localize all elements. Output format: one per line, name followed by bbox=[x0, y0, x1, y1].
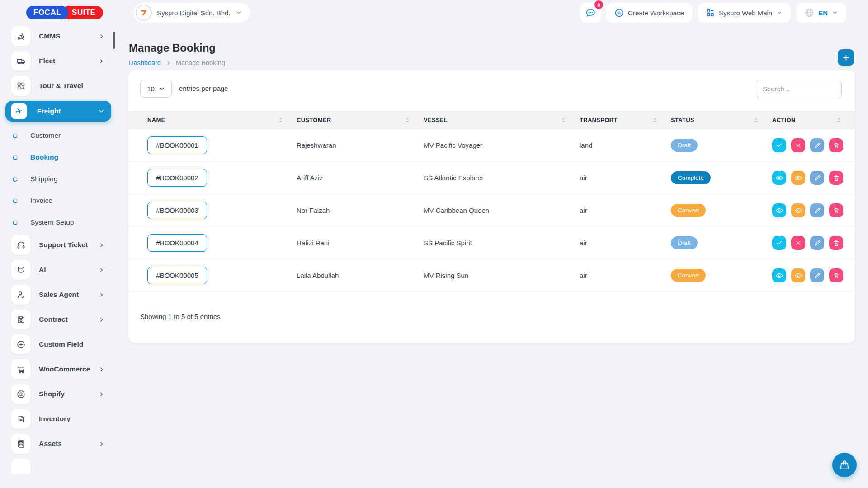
sidebar-item-freight[interactable]: ✈Freight bbox=[5, 101, 111, 122]
sidebar-subitem-label: Shipping bbox=[30, 175, 57, 183]
sidebar-subitem-invoice[interactable]: Invoice bbox=[11, 192, 118, 210]
plus-circle-icon bbox=[614, 8, 624, 18]
sidebar-item-support-ticket[interactable]: Support Ticket bbox=[11, 235, 111, 255]
edit-button[interactable] bbox=[810, 138, 824, 152]
status-badge: Complete bbox=[671, 171, 711, 184]
sidebar-subitem-booking[interactable]: Booking bbox=[11, 148, 118, 166]
delete-button[interactable] bbox=[829, 171, 843, 185]
sidebar-item-tour-travel[interactable]: Tour & Travel bbox=[11, 76, 111, 96]
sidebar-item-ai[interactable]: AI bbox=[11, 260, 111, 280]
top-header: FOCAL SUITE Syspro Digital Sdn. Bhd. 0 C… bbox=[0, 0, 868, 25]
edit-button[interactable] bbox=[810, 203, 824, 217]
language-selector[interactable]: EN bbox=[796, 3, 846, 23]
chevron-right-icon bbox=[98, 267, 105, 273]
column-header-name[interactable]: NAME bbox=[147, 117, 297, 124]
sidebar-item-inventory[interactable]: Inventory bbox=[11, 409, 111, 429]
column-header-vessel[interactable]: VESSEL bbox=[424, 117, 580, 124]
app-logo: FOCAL SUITE bbox=[26, 6, 103, 19]
search-input[interactable] bbox=[756, 80, 842, 98]
sidebar-subitem-shipping[interactable]: Shipping bbox=[11, 170, 118, 188]
view-button[interactable] bbox=[772, 268, 786, 282]
eye-icon bbox=[794, 174, 802, 182]
sidebar-subitem-system-setup[interactable]: System Setup bbox=[11, 213, 118, 231]
approve-button[interactable] bbox=[772, 138, 786, 152]
sidebar-item-shopify[interactable]: Shopify bbox=[11, 384, 111, 404]
reject-button[interactable] bbox=[791, 138, 805, 152]
entries-per-page-select[interactable]: 10 bbox=[140, 80, 172, 98]
sidebar-subitem-label: Customer bbox=[30, 131, 61, 140]
create-workspace-button[interactable]: Create Workspace bbox=[606, 3, 692, 23]
chevron-right-icon bbox=[98, 441, 105, 447]
sidebar-subitem-label: Booking bbox=[30, 153, 58, 161]
customer-cell: Nor Faizah bbox=[297, 206, 424, 214]
sort-icon bbox=[754, 117, 759, 124]
sidebar-item-cmms[interactable]: CMMS bbox=[11, 26, 111, 46]
approve-button[interactable] bbox=[772, 236, 786, 250]
eye-icon bbox=[794, 272, 802, 280]
action-buttons bbox=[772, 138, 855, 152]
chevron-down-icon bbox=[776, 9, 783, 16]
headset-icon bbox=[11, 235, 31, 255]
edit-icon bbox=[814, 272, 821, 279]
delete-button[interactable] bbox=[829, 138, 843, 152]
column-header-customer[interactable]: CUSTOMER bbox=[297, 117, 424, 124]
column-header-action[interactable]: ACTION bbox=[772, 117, 855, 124]
view-orders-button[interactable] bbox=[791, 171, 805, 185]
sidebar-item-custom-field[interactable]: Custom Field bbox=[11, 334, 111, 354]
view-button[interactable] bbox=[772, 171, 786, 185]
plus-circle-icon bbox=[11, 334, 31, 354]
logo-focal: FOCAL bbox=[26, 6, 68, 19]
breadcrumb-current: Manage Booking bbox=[176, 59, 225, 66]
sidebar-item-contract[interactable]: Contract bbox=[11, 310, 111, 329]
company-selector[interactable]: Syspro Digital Sdn. Bhd. bbox=[133, 3, 250, 23]
add-booking-button[interactable] bbox=[838, 49, 854, 66]
reject-button[interactable] bbox=[791, 236, 805, 250]
booking-id-box: #BOOK00003 bbox=[147, 202, 207, 219]
table-entries-summary: Showing 1 to 5 of 5 entries bbox=[140, 313, 221, 320]
vessel-cell: MV Pacific Voyager bbox=[424, 141, 580, 149]
sort-icon bbox=[836, 117, 841, 124]
sidebar-scrollbar[interactable] bbox=[113, 32, 115, 49]
column-header-status[interactable]: STATUS bbox=[671, 117, 772, 124]
view-orders-button[interactable] bbox=[791, 268, 805, 282]
sort-icon bbox=[561, 117, 566, 124]
customer-cell: Ariff Aziz bbox=[297, 174, 424, 182]
trash-icon bbox=[833, 272, 840, 279]
workspace-label: Syspro Web Main bbox=[719, 9, 772, 17]
breadcrumb-dashboard-link[interactable]: Dashboard bbox=[129, 59, 161, 66]
sidebar-subitem-customer[interactable]: Customer bbox=[11, 127, 118, 145]
plane-icon: ✈ bbox=[11, 103, 27, 119]
chat-button[interactable]: 0 bbox=[580, 3, 601, 23]
action-buttons bbox=[772, 171, 855, 185]
table-row: #BOOK00004Hafizi RaniSS Pacific Spiritai… bbox=[128, 227, 855, 259]
sidebar-item-fleet[interactable]: Fleet bbox=[11, 51, 111, 71]
column-header-transport[interactable]: TRANSPORT bbox=[580, 117, 671, 124]
booking-id-box: #BOOK00005 bbox=[147, 267, 207, 284]
chevron-right-icon bbox=[165, 60, 171, 66]
trash-icon bbox=[833, 142, 840, 149]
chevron-right-icon bbox=[98, 366, 105, 373]
workspace-selector[interactable]: Syspro Web Main bbox=[698, 3, 791, 23]
view-orders-button[interactable] bbox=[791, 203, 805, 217]
save-icon bbox=[11, 310, 31, 329]
edit-button[interactable] bbox=[810, 236, 824, 250]
delete-button[interactable] bbox=[829, 268, 843, 282]
customer-cell: Laila Abdullah bbox=[297, 272, 424, 279]
status-badge: Draft bbox=[671, 139, 698, 152]
sidebar-item-woocommerce[interactable]: WooCommerce bbox=[11, 359, 111, 379]
edit-button[interactable] bbox=[810, 268, 824, 282]
store-fab-button[interactable] bbox=[832, 453, 857, 477]
chevron-right-icon bbox=[98, 291, 105, 298]
sidebar-item-assets[interactable]: Assets bbox=[11, 434, 111, 454]
workspace-grid-icon bbox=[706, 8, 715, 17]
delete-button[interactable] bbox=[829, 203, 843, 217]
chat-badge: 0 bbox=[594, 0, 603, 9]
status-badge: Convert bbox=[671, 269, 706, 282]
transport-cell: air bbox=[580, 206, 671, 214]
eye-icon bbox=[775, 272, 783, 280]
edit-button[interactable] bbox=[810, 171, 824, 185]
sidebar-item-label: Tour & Travel bbox=[39, 82, 111, 90]
view-button[interactable] bbox=[772, 203, 786, 217]
sidebar-item-sales-agent[interactable]: Sales Agent bbox=[11, 285, 111, 305]
delete-button[interactable] bbox=[829, 236, 843, 250]
